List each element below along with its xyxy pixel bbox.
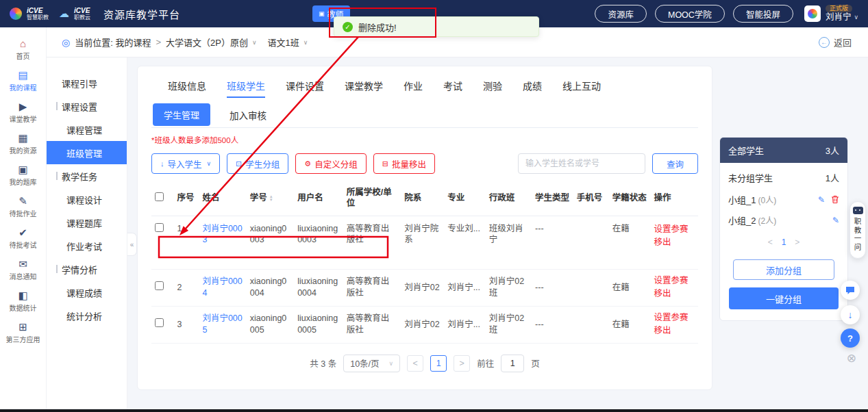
rail-my-resources[interactable]: ▦ 我的资源	[0, 133, 46, 155]
ungrouped-row: 未分组学生 1人	[720, 163, 847, 185]
next-page-button[interactable]: >	[454, 355, 470, 372]
search-input[interactable]	[518, 153, 645, 174]
download-widget-button[interactable]: ↓	[841, 305, 860, 324]
subtab-student-management[interactable]: 学生管理	[153, 103, 210, 126]
rail-my-question-bank[interactable]: ▣ 我的题库	[0, 164, 46, 187]
groups-prev-button[interactable]: <	[768, 237, 773, 247]
menu-statistical-analysis[interactable]: 统计分析	[47, 304, 127, 327]
back-button[interactable]: ← 返回	[819, 36, 852, 49]
menu-course-guide[interactable]: 课程引导	[47, 71, 127, 94]
student-name-link[interactable]: 刘肖宁0005	[202, 313, 242, 335]
sort-icon[interactable]: ▲▼	[269, 195, 273, 202]
student-name-link[interactable]: 刘肖宁0004	[202, 276, 242, 298]
import-students-button[interactable]: ↓ 导入学生 ∨	[151, 153, 220, 174]
query-button[interactable]: 查询	[652, 153, 698, 174]
resource-library-button[interactable]: 资源库	[595, 5, 647, 23]
chevron-down-icon: ∨	[252, 39, 257, 46]
add-group-button[interactable]: 添加分组	[733, 259, 834, 280]
select-all-checkbox[interactable]	[155, 192, 164, 201]
students-group-icon: ⊡	[236, 159, 242, 168]
success-toast: ✓ 删除成功!	[334, 16, 539, 37]
page-size-value: 10条/页	[350, 357, 379, 370]
resources-icon: ▦	[18, 133, 27, 143]
cell-student-type: ---	[532, 306, 573, 343]
student-grouping-button[interactable]: ⊡ 学生分组	[227, 153, 288, 174]
custom-grouping-button[interactable]: ⚙ 自定义分组	[295, 153, 366, 174]
cell-school: 高等教育出版社	[343, 306, 401, 343]
groups-page-number[interactable]: 1	[782, 237, 786, 247]
menu-course-design[interactable]: 课程设计	[47, 188, 127, 211]
batch-remove-label: 批量移出	[392, 157, 426, 170]
tab-classroom-teaching[interactable]: 课堂教学	[345, 79, 383, 101]
rail-third-party-apps-label: 第三方应用	[6, 334, 40, 344]
auto-group-button[interactable]: 一键分组	[729, 287, 839, 309]
student-name-link[interactable]: 刘肖宁0003	[202, 224, 242, 245]
rail-pending-homework[interactable]: ✎ 待批作业	[0, 196, 46, 218]
tab-homework[interactable]: 作业	[404, 79, 423, 101]
help-widget-button[interactable]: ?	[841, 329, 860, 348]
remove-student-link[interactable]: 移出	[654, 324, 695, 337]
rail-classroom-teaching[interactable]: ▶ 课堂教学	[0, 101, 46, 124]
section-learning-analysis: 学情分析	[47, 257, 127, 281]
menu-homework-exam[interactable]: 作业考试	[47, 234, 127, 257]
row-checkbox[interactable]	[155, 281, 164, 290]
delete-group-icon[interactable]	[831, 195, 839, 204]
assistant-chat-button[interactable]	[841, 281, 860, 300]
row-checkbox[interactable]	[155, 318, 164, 327]
zhijiao-qa-tab[interactable]: 职教一问	[850, 201, 866, 259]
row-checkbox[interactable]	[155, 223, 164, 232]
page-size-select[interactable]: 10条/页 ∨	[343, 355, 400, 372]
tab-quiz[interactable]: 测验	[483, 79, 502, 101]
menu-class-management[interactable]: 班级管理	[47, 141, 127, 164]
page-number-button[interactable]: 1	[430, 355, 447, 372]
back-label: 返回	[834, 36, 852, 49]
tab-exam[interactable]: 考试	[443, 79, 462, 101]
batch-remove-button[interactable]: ⊟ 批量移出	[373, 153, 435, 174]
collapse-sidebar-handle[interactable]: «	[127, 233, 137, 256]
group-row[interactable]: 小组_1 (0人) ✎	[720, 185, 847, 206]
edit-group-icon[interactable]: ✎	[832, 216, 839, 225]
tab-online-interaction[interactable]: 线上互动	[562, 79, 601, 101]
goto-unit: 页	[531, 357, 540, 370]
subtab-join-review[interactable]: 加入审核	[230, 103, 266, 122]
rail-pending-exams[interactable]: ✔ 待批考试	[0, 227, 46, 250]
tab-courseware-settings[interactable]: 课件设置	[286, 79, 324, 101]
group-row[interactable]: 小组_2 (2人) ✎	[720, 206, 847, 227]
close-widgets-icon[interactable]: ⊗	[847, 351, 856, 365]
set-contest-link[interactable]: 设置参赛	[654, 311, 695, 324]
prev-page-button[interactable]: <	[407, 355, 423, 372]
toast-message: 删除成功!	[358, 21, 397, 34]
user-logo-icon	[808, 9, 817, 18]
students-table: 序号 姓名 学号▲▼ 用户名 所属学校/单位 院系 专业 行政班 学生类型 手机…	[151, 181, 698, 344]
smart-casting-button[interactable]: 智能投屏	[733, 5, 793, 23]
mooc-academy-button[interactable]: MOOC学院	[655, 5, 725, 23]
rail-home[interactable]: ⌂ 首页	[0, 38, 46, 61]
breadcrumb-course-select[interactable]: 大学语文（2P）原创	[166, 36, 248, 49]
edit-group-icon[interactable]: ✎	[818, 195, 825, 205]
user-menu[interactable]: 正式版 刘肖宁 ∨	[804, 5, 858, 23]
goto-page-input[interactable]	[501, 355, 524, 372]
menu-course-question-bank[interactable]: 课程题库	[47, 211, 127, 234]
set-contest-link[interactable]: 设置参赛	[654, 274, 695, 287]
set-contest-link[interactable]: 设置参赛	[654, 223, 695, 236]
tab-class-students[interactable]: 班级学生	[227, 79, 265, 101]
rail-messages[interactable]: ✉ 消息通知	[0, 259, 46, 281]
col-student-no[interactable]: 学号▲▼	[247, 181, 294, 216]
cell-student-no: xiaoning0005	[247, 306, 294, 343]
menu-course-grades[interactable]: 课程成绩	[47, 281, 127, 304]
breadcrumb-class-select[interactable]: 语文1班	[268, 36, 299, 49]
remove-student-link[interactable]: 移出	[654, 236, 695, 249]
tab-class-info[interactable]: 班级信息	[168, 79, 206, 101]
col-username: 用户名	[294, 181, 343, 216]
rail-third-party-apps[interactable]: ⊞ 第三方应用	[0, 322, 46, 344]
rail-statistics[interactable]: ◧ 数据统计	[0, 290, 46, 313]
menu-course-management[interactable]: 课程管理	[47, 118, 127, 141]
remove-student-link[interactable]: 移出	[654, 287, 695, 300]
topbar-actions: 资源库 MOOC学院 智能投屏 正式版 刘肖宁 ∨	[595, 5, 858, 23]
check-circle-icon: ✓	[343, 22, 353, 32]
tab-grades[interactable]: 成绩	[523, 79, 542, 101]
group-actions: ✎	[818, 195, 839, 205]
groups-next-button[interactable]: >	[795, 237, 799, 247]
rail-my-courses[interactable]: ▤ 我的课程	[0, 70, 46, 92]
col-student-type: 学生类型	[532, 181, 573, 216]
